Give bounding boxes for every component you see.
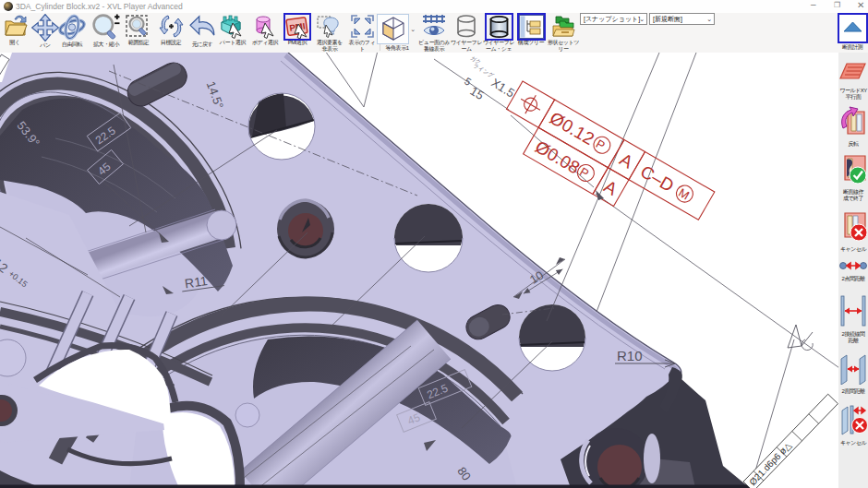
svg-text:A: A (601, 176, 621, 199)
svg-text:15: 15 (467, 84, 486, 102)
svg-text:5: 5 (463, 76, 474, 88)
svg-text:Ø21.d6p6 ø△: Ø21.d6p6 ø△ (747, 440, 793, 487)
svg-text:ライング: ライング (473, 63, 496, 79)
svg-text:A: A (617, 149, 637, 173)
svg-text:X1.5: X1.5 (488, 76, 517, 101)
svg-text:R10: R10 (617, 348, 643, 363)
svg-text:Ø0.08: Ø0.08 (532, 137, 583, 177)
svg-text:Ø0.12: Ø0.12 (547, 108, 597, 149)
